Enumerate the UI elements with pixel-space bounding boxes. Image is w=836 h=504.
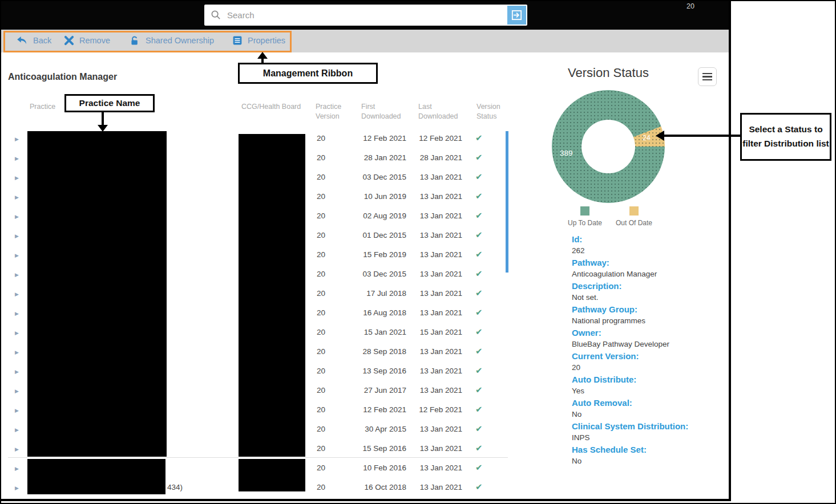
practice-version-cell: 20 (316, 270, 361, 278)
row-expander-icon[interactable]: ▶ (15, 446, 19, 452)
version-status-check-icon: ✔ (475, 133, 509, 143)
legend-item-up-to-date[interactable]: Up To Date (562, 206, 608, 227)
row-expander-icon[interactable]: ▶ (15, 156, 19, 161)
table-scrollbar-thumb[interactable] (506, 131, 508, 273)
first-downloaded-cell: 27 Jun 2017 (361, 386, 418, 395)
version-status-check-icon: ✔ (475, 404, 509, 414)
version-status-check-icon: ✔ (475, 307, 509, 318)
practice-version-cell: 20 (316, 250, 361, 259)
detail-label: Has Schedule Set: (572, 444, 721, 456)
last-downloaded-cell: 15 Jan 2021 (418, 328, 475, 336)
detail-label: Description: (572, 280, 721, 292)
search-bar (204, 5, 527, 26)
annotation-select-status: Select a Status to filter Distribution l… (740, 113, 831, 161)
practice-version-cell: 20 (316, 464, 361, 472)
donut-hole (581, 120, 635, 173)
last-downloaded-cell: 13 Jan 2021 (418, 464, 475, 472)
practice-version-cell: 20 (316, 173, 361, 181)
back-button[interactable]: Back (16, 33, 51, 48)
first-downloaded-cell: 15 Jan 2021 (361, 328, 418, 336)
row-expander-icon[interactable]: ▶ (15, 330, 19, 336)
first-downloaded-cell: 03 Dec 2015 (361, 270, 418, 278)
last-downloaded-cell: 12 Feb 2021 (418, 405, 475, 414)
detail-value: BlueBay Pathway Developer (572, 339, 721, 350)
column-header-practice[interactable]: Practice (30, 102, 55, 112)
column-header-version-status[interactable]: Version Status (476, 102, 508, 121)
row-expander-icon[interactable]: ▶ (15, 175, 19, 181)
chart-menu-button[interactable] (698, 67, 717, 86)
version-status-check-icon: ✔ (475, 152, 509, 162)
out-of-date-value-label: 24 (643, 134, 651, 142)
last-downloaded-cell: 13 Jan 2021 (418, 386, 475, 395)
last-downloaded-cell: 28 Jan 2021 (418, 153, 475, 162)
last-downloaded-cell: 13 Jan 2021 (418, 347, 475, 356)
row-expander-icon[interactable]: ▶ (15, 466, 19, 472)
version-status-check-icon: ✔ (475, 191, 509, 201)
row-expander-icon[interactable]: ▶ (15, 136, 19, 142)
detail-label: Current Version: (572, 350, 721, 362)
row-expander-icon[interactable]: ▶ (15, 194, 19, 200)
first-downloaded-cell: 13 Sep 2016 (361, 367, 418, 375)
row-expander-icon[interactable]: ▶ (15, 485, 19, 491)
column-header-last-downloaded[interactable]: Last Downloaded (418, 102, 471, 121)
practice-version-cell: 20 (316, 367, 361, 375)
practice-version-cell: 20 (316, 212, 361, 220)
shared-ownership-button[interactable]: Shared Ownership (130, 33, 214, 48)
first-downloaded-cell: 30 Apr 2015 (361, 425, 418, 433)
first-downloaded-cell: 02 Aug 2019 (361, 212, 418, 220)
legend-swatch-out-of-date (629, 206, 639, 216)
row-expander-icon[interactable]: ▶ (15, 388, 19, 394)
practice-version-cell: 20 (316, 231, 361, 239)
detail-value: National programmes (572, 315, 721, 327)
redaction-block-practice (27, 131, 167, 457)
row-group-divider (8, 457, 508, 458)
legend-item-out-of-date[interactable]: Out Of Date (608, 206, 660, 227)
last-downloaded-cell: 13 Jan 2021 (418, 231, 475, 239)
column-header-first-downloaded[interactable]: First Downloaded (361, 102, 414, 121)
practice-version-cell: 20 (316, 444, 361, 453)
last-downloaded-cell: 13 Jan 2021 (418, 250, 475, 259)
row-expander-icon[interactable]: ▶ (15, 214, 19, 220)
version-status-check-icon: ✔ (475, 249, 509, 259)
row-expander-icon[interactable]: ▶ (15, 311, 19, 316)
version-status-check-icon: ✔ (475, 210, 509, 221)
row-expander-icon[interactable]: ▶ (15, 253, 19, 258)
version-status-donut-chart[interactable]: 389 24 (552, 90, 665, 203)
detail-label: Pathway: (572, 257, 721, 269)
version-status-check-icon: ✔ (475, 385, 509, 395)
practice-version-cell: 20 (316, 328, 361, 336)
redaction-block-practice (27, 459, 165, 494)
column-header-practice-version[interactable]: Practice Version (316, 102, 351, 121)
last-downloaded-cell: 13 Jan 2021 (418, 173, 475, 181)
version-status-check-icon: ✔ (475, 462, 509, 473)
detail-value: No (572, 456, 721, 467)
remove-button[interactable]: Remove (64, 33, 110, 48)
practice-version-cell: 20 (316, 405, 361, 414)
practice-version-cell: 20 (316, 192, 361, 201)
practice-version-cell: 20 (316, 153, 361, 162)
first-downloaded-cell: 15 Sep 2016 (361, 444, 418, 453)
last-downloaded-cell: 13 Jan 2021 (418, 483, 475, 491)
row-expander-icon[interactable]: ▶ (15, 349, 19, 355)
row-expander-icon[interactable]: ▶ (15, 272, 19, 278)
search-input[interactable] (226, 10, 507, 21)
notification-badge: 20 (686, 2, 694, 10)
row-expander-icon[interactable]: ▶ (15, 369, 19, 375)
version-status-check-icon: ✔ (475, 288, 509, 298)
column-header-ccg[interactable]: CCG/Health Board (241, 102, 301, 112)
practice-version-cell: 20 (316, 134, 361, 143)
last-downloaded-cell: 13 Jan 2021 (418, 212, 475, 220)
properties-button[interactable]: Properties (232, 33, 285, 48)
annotation-arrow-line (102, 112, 104, 125)
hamburger-icon (702, 73, 712, 75)
row-expander-icon[interactable]: ▶ (15, 233, 19, 239)
up-to-date-value-label: 389 (560, 149, 573, 157)
practice-version-cell: 20 (316, 308, 361, 317)
search-submit-button[interactable] (507, 6, 526, 25)
row-expander-icon[interactable]: ▶ (15, 291, 19, 297)
row-expander-icon[interactable]: ▶ (15, 427, 19, 433)
row-expander-icon[interactable]: ▶ (15, 408, 19, 413)
first-downloaded-cell: 15 Feb 2019 (361, 250, 418, 259)
version-status-check-icon: ✔ (475, 346, 509, 356)
first-downloaded-cell: 12 Feb 2021 (361, 134, 418, 143)
